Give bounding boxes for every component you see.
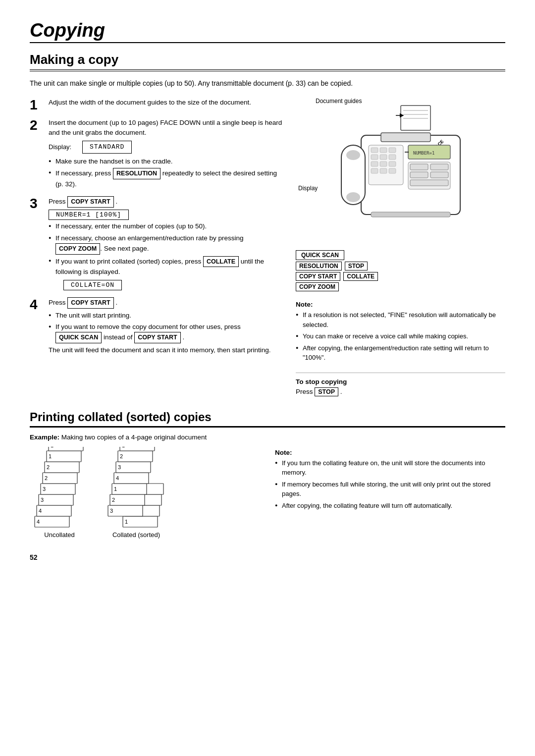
collated-stack: 1 2 3 4 3 2 1 [104, 447, 168, 539]
step-2: 2 Insert the document (up to 10 pages) F… [30, 118, 286, 191]
svg-rect-45 [45, 462, 79, 473]
svg-text:3: 3 [110, 508, 113, 514]
svg-point-11 [346, 192, 360, 202]
stop-title: To stop copying [296, 378, 505, 385]
page-number: 52 [30, 553, 505, 561]
svg-rect-6 [381, 133, 430, 142]
svg-rect-22 [371, 168, 378, 173]
copy-start-btn-inline2: COPY START [134, 332, 180, 343]
collate-note-list: If you turn the collating feature on, th… [275, 458, 505, 511]
diagram-buttons: QUICK SCAN RESOLUTION STOP COPY START CO… [296, 250, 505, 293]
svg-rect-51 [123, 516, 158, 527]
svg-rect-39 [39, 494, 73, 505]
copy-start-diagram-btn: COPY START [296, 272, 340, 281]
svg-rect-59 [108, 505, 143, 516]
collate-diagrams: 4 4 3 3 2 2 [30, 447, 260, 541]
svg-text:4: 4 [39, 508, 42, 514]
svg-rect-31 [430, 172, 448, 178]
svg-rect-32 [410, 180, 448, 186]
doc-guides-label: Document guides [316, 98, 362, 105]
fax-machine-svg: FACE DOWN [321, 106, 480, 244]
display-label-diagram: Display [298, 185, 318, 192]
svg-rect-18 [389, 155, 396, 160]
page-title: Copying [30, 20, 505, 41]
svg-text:1: 1 [122, 447, 125, 448]
svg-rect-63 [112, 484, 147, 494]
svg-text:1: 1 [125, 519, 128, 525]
svg-text:2: 2 [112, 497, 115, 503]
svg-rect-33 [371, 212, 450, 217]
example-line: Example: Making two copies of a 4-page o… [30, 433, 505, 441]
copy-zoom-btn-inline: COPY ZOOM [55, 243, 100, 255]
svg-text:2: 2 [45, 475, 48, 481]
svg-rect-17 [380, 155, 387, 160]
svg-point-10 [346, 150, 360, 160]
svg-rect-43 [43, 473, 77, 484]
collate-area: 4 4 3 3 2 2 [30, 447, 505, 541]
svg-text:NUMBER=1: NUMBER=1 [413, 151, 434, 156]
section2: Printing collated (sorted) copies Exampl… [30, 410, 505, 541]
uncollated-label: Uncollated [44, 531, 74, 539]
svg-text:4: 4 [116, 475, 119, 481]
stop-diagram-btn: STOP [345, 262, 368, 270]
stop-btn-inline: STOP [315, 387, 338, 396]
stop-section: To stop copying Press STOP . [296, 373, 505, 396]
collate-btn-inline: COLLATE [203, 256, 239, 268]
uncollated-stack: 4 4 3 3 2 2 [30, 447, 89, 539]
svg-rect-15 [389, 148, 396, 153]
svg-rect-16 [371, 155, 378, 160]
step-4: 4 Press COPY START . The unit will start… [30, 297, 286, 355]
stop-text: Press STOP . [296, 387, 505, 396]
collated-label: Collated (sorted) [112, 531, 160, 539]
collate-diagram-btn: COLLATE [343, 272, 378, 281]
svg-text:3: 3 [118, 464, 121, 470]
svg-text:2: 2 [120, 453, 123, 459]
svg-rect-19 [371, 162, 378, 166]
svg-rect-30 [410, 172, 428, 178]
svg-text:1: 1 [114, 486, 117, 492]
svg-rect-23 [380, 168, 387, 173]
svg-rect-67 [116, 462, 151, 473]
display-number: NUMBER=1 [100%] [49, 210, 129, 220]
copy-start-btn-step4: COPY START [67, 297, 113, 309]
svg-rect-69 [118, 451, 153, 462]
svg-rect-65 [114, 473, 149, 484]
uncollated-svg: 4 4 3 3 2 2 [30, 447, 89, 531]
step-3: 3 Press COPY START . NUMBER=1 [100%] If … [30, 196, 286, 292]
collate-note: Note: If you turn the collating feature … [275, 447, 505, 541]
svg-rect-35 [35, 516, 69, 527]
quick-scan-btn-inline: QUICK SCAN [55, 332, 102, 343]
note-right-list: If a resolution is not selected, "FINE" … [296, 310, 505, 363]
svg-rect-47 [47, 451, 81, 462]
svg-text:3: 3 [41, 497, 44, 503]
step-1: 1 Adjust the width of the document guide… [30, 98, 286, 113]
quick-scan-diagram-btn: QUICK SCAN [296, 250, 344, 260]
collated-svg: 1 2 3 4 3 2 1 [104, 447, 168, 531]
svg-rect-0 [401, 106, 430, 130]
step2-bullets: Make sure the handset is on the cradle. … [49, 157, 286, 189]
step4-bullets: The unit will start printing. If you wan… [49, 311, 286, 343]
collate-note-title: Note: [275, 449, 505, 456]
svg-rect-71 [120, 447, 155, 451]
svg-rect-24 [389, 168, 396, 173]
svg-rect-29 [430, 164, 448, 170]
copy-zoom-diagram-btn: COPY ZOOM [296, 282, 339, 291]
svg-rect-13 [371, 148, 378, 153]
svg-rect-28 [410, 164, 428, 170]
note-right: Note: If a resolution is not selected, "… [296, 301, 505, 365]
svg-text:2: 2 [47, 464, 50, 470]
svg-rect-14 [380, 148, 387, 153]
step4-extra-text: The unit will feed the document and scan… [49, 345, 286, 355]
display-collate: COLLATE=ON [63, 280, 122, 290]
svg-rect-21 [389, 162, 396, 166]
svg-rect-61 [110, 494, 145, 505]
section2-title: Printing collated (sorted) copies [30, 410, 505, 428]
example-label: Example: [30, 433, 59, 441]
copy-start-btn-step3: COPY START [67, 196, 113, 208]
svg-rect-37 [37, 505, 71, 516]
svg-text:1: 1 [49, 453, 52, 459]
svg-rect-41 [41, 484, 75, 494]
note-right-title: Note: [296, 301, 505, 308]
svg-rect-49 [49, 447, 83, 451]
section1-title: Making a copy [30, 52, 505, 71]
